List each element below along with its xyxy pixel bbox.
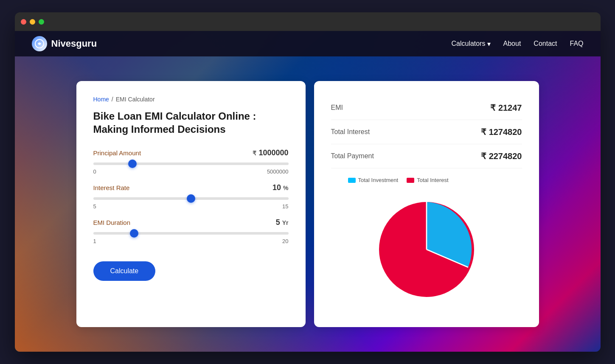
interest-label: Interest Rate	[93, 184, 130, 191]
principal-track	[93, 162, 289, 165]
chart-area: Total Investment Total Interest	[331, 177, 522, 309]
total-payment-value: ₹ 2274820	[481, 151, 522, 161]
principal-label: Principal Amount	[93, 149, 141, 157]
breadcrumb: Home / EMI Calculator	[93, 96, 289, 103]
calculator-card: Home / EMI Calculator Bike Loan EMI Calc…	[76, 81, 306, 327]
emi-value: ₹ 21247	[490, 103, 522, 113]
traffic-lights	[21, 19, 44, 25]
app-background: Nivesguru Calculators ▾ About Contact FA…	[15, 31, 601, 352]
legend-investment-color	[348, 178, 356, 183]
content-area: Home / EMI Calculator Bike Loan EMI Calc…	[15, 56, 601, 352]
interest-thumb[interactable]	[187, 194, 195, 203]
total-interest-value: ₹ 1274820	[481, 127, 522, 137]
breadcrumb-current: EMI Calculator	[116, 96, 155, 103]
nav-links: Calculators ▾ About Contact FAQ	[452, 40, 584, 48]
duration-label: EMI Duration	[93, 219, 131, 226]
app-window: Nivesguru Calculators ▾ About Contact FA…	[15, 12, 601, 352]
legend-interest: Total Interest	[407, 177, 448, 183]
page-title: Bike Loan EMI Calculator Online : Making…	[93, 109, 289, 136]
navbar: Nivesguru Calculators ▾ About Contact FA…	[15, 31, 601, 56]
duration-track	[93, 232, 289, 235]
interest-section: Interest Rate 10 % 5 15	[93, 183, 289, 210]
principal-value: ₹ 1000000	[253, 148, 288, 157]
principal-header: Principal Amount ₹ 1000000	[93, 148, 289, 157]
logo-area[interactable]: Nivesguru	[32, 36, 97, 51]
emi-row: EMI ₹ 21247	[331, 96, 522, 120]
close-button[interactable]	[21, 19, 26, 25]
results-card: EMI ₹ 21247 Total Interest ₹ 1274820	[314, 81, 539, 327]
dropdown-arrow-icon: ▾	[487, 40, 491, 48]
pie-svg	[367, 190, 486, 309]
breadcrumb-home[interactable]: Home	[93, 96, 109, 103]
legend-investment-label: Total Investment	[358, 177, 399, 183]
principal-range: 0 5000000	[93, 168, 289, 175]
duration-thumb[interactable]	[130, 229, 138, 238]
principal-thumb[interactable]	[128, 160, 137, 168]
nav-contact[interactable]: Contact	[534, 40, 557, 48]
interest-header: Interest Rate 10 %	[93, 183, 289, 192]
nav-about[interactable]: About	[503, 40, 521, 48]
pie-chart	[367, 190, 486, 309]
fullscreen-button[interactable]	[39, 19, 44, 25]
total-interest-row: Total Interest ₹ 1274820	[331, 120, 522, 144]
legend-interest-label: Total Interest	[417, 177, 448, 183]
total-payment-label: Total Payment	[331, 152, 374, 160]
nav-faq[interactable]: FAQ	[570, 40, 583, 48]
chart-legend: Total Investment Total Interest	[348, 177, 449, 183]
emi-label: EMI	[331, 104, 343, 112]
interest-track	[93, 197, 289, 200]
breadcrumb-separator: /	[112, 96, 113, 103]
total-interest-label: Total Interest	[331, 128, 370, 136]
duration-range: 1 20	[93, 238, 289, 244]
interest-value: 10 %	[272, 183, 289, 192]
titlebar	[15, 12, 601, 31]
logo-text: Nivesguru	[51, 38, 97, 49]
calculate-button[interactable]: Calculate	[93, 261, 156, 281]
interest-range: 5 15	[93, 203, 289, 210]
duration-section: EMI Duration 5 Yr 1 20	[93, 218, 289, 244]
duration-header: EMI Duration 5 Yr	[93, 218, 289, 227]
legend-interest-color	[407, 178, 414, 183]
minimize-button[interactable]	[30, 19, 35, 25]
principal-section: Principal Amount ₹ 1000000 0 5000000	[93, 148, 289, 175]
legend-investment: Total Investment	[348, 177, 399, 183]
nav-calculators[interactable]: Calculators ▾	[452, 40, 491, 48]
duration-value: 5 Yr	[276, 218, 289, 227]
total-payment-row: Total Payment ₹ 2274820	[331, 144, 522, 168]
logo-icon	[32, 36, 47, 51]
